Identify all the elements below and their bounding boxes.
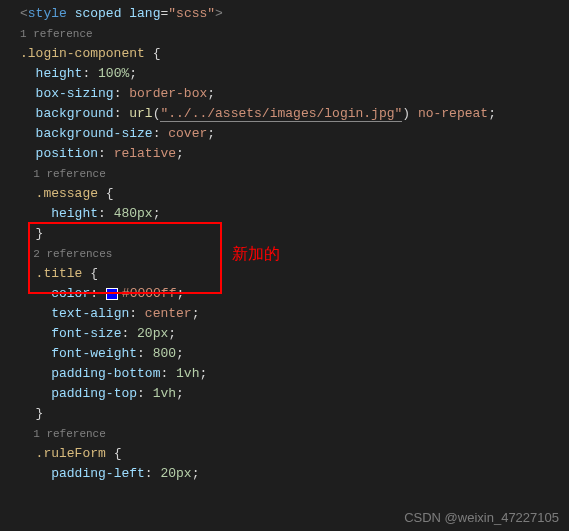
close-brace: } <box>20 404 569 424</box>
watermark: CSDN @weixin_47227105 <box>404 510 559 525</box>
reference-hint: 1 reference <box>20 24 569 44</box>
selector-ruleform: .ruleForm { <box>20 444 569 464</box>
reference-hint: 1 reference <box>20 164 569 184</box>
decl-box-sizing: box-sizing: border-box; <box>20 84 569 104</box>
reference-hint: 1 reference <box>20 424 569 444</box>
decl-color: color: #0000ff; <box>20 284 569 304</box>
decl-padding-top: padding-top: 1vh; <box>20 384 569 404</box>
selector-login: .login-component { <box>20 44 569 64</box>
style-open-tag: <style scoped lang="scss"> <box>20 4 569 24</box>
decl-background-size: background-size: cover; <box>20 124 569 144</box>
code-block: <style scoped lang="scss"> 1 reference .… <box>0 0 569 484</box>
close-brace: } <box>20 224 569 244</box>
decl-message-height: height: 480px; <box>20 204 569 224</box>
decl-padding-left: padding-left: 20px; <box>20 464 569 484</box>
decl-font-weight: font-weight: 800; <box>20 344 569 364</box>
selector-title: .title { <box>20 264 569 284</box>
decl-text-align: text-align: center; <box>20 304 569 324</box>
reference-hint: 2 references <box>20 244 569 264</box>
decl-font-size: font-size: 20px; <box>20 324 569 344</box>
selector-message: .message { <box>20 184 569 204</box>
decl-height: height: 100%; <box>20 64 569 84</box>
decl-background: background: url("../../assets/images/log… <box>20 104 569 124</box>
color-swatch-icon <box>106 288 118 300</box>
decl-padding-bottom: padding-bottom: 1vh; <box>20 364 569 384</box>
decl-position: position: relative; <box>20 144 569 164</box>
annotation-text: 新加的 <box>232 244 280 265</box>
